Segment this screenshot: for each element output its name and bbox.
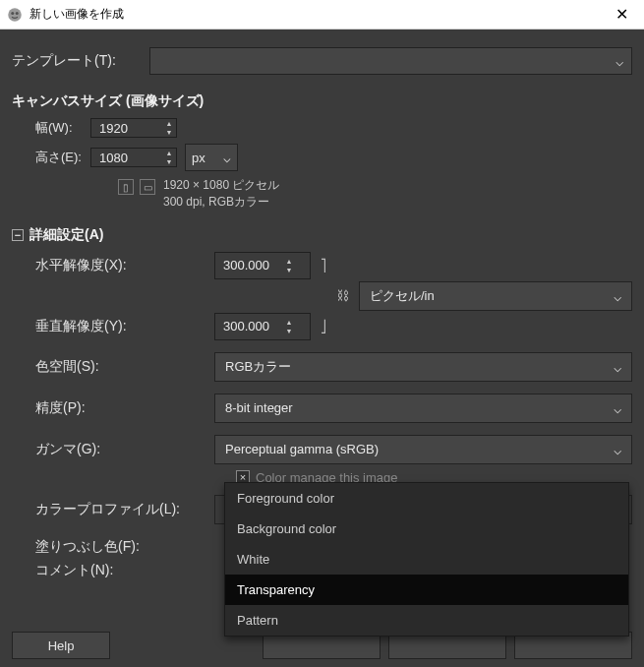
window-title: 新しい画像を作成 bbox=[29, 6, 599, 23]
gamma-select[interactable]: Perceptual gamma (sRGB) ⌵ bbox=[214, 435, 632, 464]
chevron-down-icon: ⌵ bbox=[615, 53, 623, 69]
unit-value: px bbox=[192, 151, 205, 165]
height-input[interactable]: ▲▼ bbox=[90, 148, 177, 167]
chevron-down-icon: ⌵ bbox=[614, 359, 621, 375]
info-dpi: 300 dpi, RGBカラー bbox=[163, 194, 279, 211]
colorspace-select[interactable]: RGBカラー ⌵ bbox=[214, 352, 632, 382]
svg-point-2 bbox=[16, 12, 19, 15]
xres-field[interactable] bbox=[223, 258, 278, 273]
unit-select[interactable]: px ⌵ bbox=[185, 144, 238, 171]
fill-option[interactable]: Foreground color bbox=[225, 483, 628, 514]
info-dimensions: 1920 × 1080 ピクセル bbox=[163, 177, 279, 194]
link-bracket-bottom: ⎦ bbox=[311, 320, 336, 334]
yres-spinner[interactable]: ▲▼ bbox=[282, 318, 296, 335]
xres-input[interactable]: ▲▼ bbox=[214, 252, 311, 279]
collapse-icon[interactable]: − bbox=[12, 229, 24, 241]
link-bracket-top: ⎤ bbox=[311, 259, 336, 273]
chain-link-icon[interactable]: ⛓ bbox=[336, 288, 349, 303]
yres-input[interactable]: ▲▼ bbox=[214, 313, 311, 340]
gamma-label: ガンマ(G): bbox=[12, 441, 214, 458]
gamma-value: Perceptual gamma (sRGB) bbox=[225, 442, 379, 456]
fill-option[interactable]: Pattern bbox=[225, 605, 628, 636]
chevron-down-icon: ⌵ bbox=[614, 442, 621, 457]
fill-option[interactable]: White bbox=[225, 544, 628, 575]
width-field[interactable] bbox=[99, 121, 158, 136]
precision-value: 8-bit integer bbox=[225, 400, 293, 415]
help-button[interactable]: Help bbox=[12, 632, 110, 659]
landscape-icon[interactable]: ▭ bbox=[140, 179, 155, 195]
colorprofile-label: カラープロファイル(L): bbox=[12, 501, 214, 518]
chevron-down-icon: ⌵ bbox=[614, 288, 621, 304]
fill-dropdown-popup: Foreground colorBackground colorWhiteTra… bbox=[224, 482, 629, 637]
fill-option[interactable]: Background color bbox=[225, 514, 628, 544]
width-input[interactable]: ▲▼ bbox=[90, 118, 177, 138]
height-spinner[interactable]: ▲▼ bbox=[162, 149, 176, 166]
xres-label: 水平解像度(X): bbox=[12, 257, 214, 274]
close-button[interactable]: ✕ bbox=[599, 0, 644, 30]
precision-label: 精度(P): bbox=[12, 399, 214, 417]
canvas-info: ▯ ▭ 1920 × 1080 ピクセル 300 dpi, RGBカラー bbox=[118, 177, 632, 211]
resolution-unit-value: ピクセル/in bbox=[370, 287, 435, 305]
chevron-down-icon: ⌵ bbox=[223, 151, 231, 165]
yres-label: 垂直解像度(Y): bbox=[12, 318, 214, 335]
svg-point-0 bbox=[8, 8, 22, 22]
titlebar: 新しい画像を作成 ✕ bbox=[0, 0, 644, 30]
height-label: 高さ(E): bbox=[12, 149, 90, 166]
width-spinner[interactable]: ▲▼ bbox=[162, 119, 176, 137]
xres-spinner[interactable]: ▲▼ bbox=[282, 257, 296, 274]
resolution-unit-select[interactable]: ピクセル/in ⌵ bbox=[359, 281, 632, 311]
canvas-size-header: キャンバスサイズ (画像サイズ) bbox=[12, 92, 632, 110]
app-icon bbox=[6, 6, 24, 24]
yres-field[interactable] bbox=[223, 319, 278, 334]
portrait-icon[interactable]: ▯ bbox=[118, 179, 134, 195]
fill-option[interactable]: Transparency bbox=[225, 575, 628, 605]
svg-point-1 bbox=[11, 12, 14, 15]
width-label: 幅(W): bbox=[12, 119, 90, 137]
precision-select[interactable]: 8-bit integer ⌵ bbox=[214, 394, 632, 423]
colorspace-label: 色空間(S): bbox=[12, 358, 214, 376]
chevron-down-icon: ⌵ bbox=[614, 400, 621, 416]
colorspace-value: RGBカラー bbox=[225, 358, 291, 376]
fill-label: 塗りつぶし色(F): bbox=[12, 538, 214, 556]
height-field[interactable] bbox=[99, 151, 158, 165]
advanced-header: 詳細設定(A) bbox=[29, 226, 103, 242]
comment-label: コメント(N): bbox=[12, 562, 214, 579]
template-label: テンプレート(T): bbox=[12, 52, 149, 70]
template-dropdown[interactable]: ⌵ bbox=[149, 47, 632, 75]
